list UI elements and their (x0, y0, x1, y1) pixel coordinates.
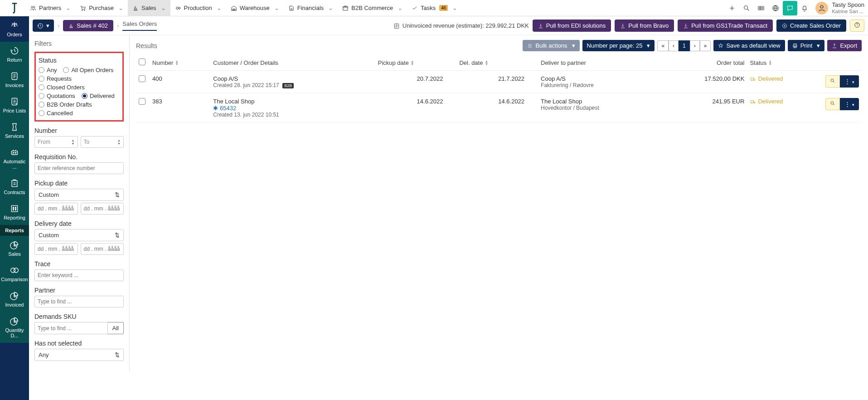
uninvoiced-revenue: Uninvoiced revenue (estimate): 229.992,2… (393, 22, 529, 29)
status-radio-delivered[interactable]: Delivered (82, 93, 115, 99)
leftnav-reports[interactable]: Reports (0, 225, 29, 236)
svg-rect-11 (11, 151, 17, 155)
svg-point-31 (831, 102, 834, 104)
svg-point-5 (744, 5, 748, 9)
number-from-input[interactable]: From▲▼ (34, 136, 78, 148)
col-status[interactable]: Status▲▼ (747, 55, 821, 71)
leftnav-invoices[interactable]: Invoices (0, 67, 29, 93)
col-number[interactable]: Number▲▼ (150, 55, 210, 71)
pickup-from-input[interactable] (34, 203, 78, 215)
per-page-button[interactable]: Number per page: 25▾ (582, 40, 655, 51)
save-default-view-button[interactable]: Save as default view (713, 40, 785, 51)
menu-sales[interactable]: Sales⌄ (128, 0, 170, 16)
delivery-from-input[interactable] (34, 243, 78, 255)
btn-label: Pull from GS1Trade Transact (691, 22, 767, 29)
btn-label: Pull from EDI solutions (546, 22, 606, 29)
leftnav-price-lists[interactable]: Price Lists (0, 93, 29, 118)
leftnav-invoiced[interactable]: Invoiced (0, 287, 29, 312)
create-sales-order-button[interactable]: Create Sales Order (776, 20, 846, 32)
sku-all-button[interactable]: All (108, 322, 124, 334)
pickup-date-label: Pickup date (34, 180, 124, 187)
svg-rect-4 (343, 6, 348, 10)
help-button[interactable] (850, 20, 864, 32)
svg-point-2 (176, 7, 179, 9)
svg-point-30 (754, 102, 755, 103)
status-radio-all-open-orders[interactable]: All Open Orders (63, 67, 113, 73)
row-checkbox[interactable] (139, 98, 145, 105)
pull-edi-button[interactable]: Pull from EDI solutions (533, 20, 611, 32)
col-del-date[interactable]: Del. date▲▼ (456, 55, 538, 71)
menu-tasks[interactable]: Tasks46⌄ (407, 0, 462, 16)
add-icon[interactable] (725, 1, 739, 15)
export-button[interactable]: Export (827, 40, 862, 51)
menu-production[interactable]: Production⌄ (170, 0, 226, 16)
pull-gs1-button[interactable]: Pull from GS1Trade Transact (678, 20, 773, 32)
cell-status: Delivered (747, 93, 821, 123)
col-pickup-date[interactable]: Pickup date▲▼ (375, 55, 457, 71)
row-view-button[interactable] (825, 98, 840, 110)
leftnav-quantity-d-[interactable]: Quantity D... (0, 312, 29, 343)
row-view-button[interactable] (825, 75, 840, 88)
history-button[interactable]: ▾ (33, 20, 54, 32)
svg-point-17 (14, 268, 18, 273)
menu-partners[interactable]: Partners⌄ (25, 0, 75, 16)
status-radio-quotations[interactable]: Quotations (39, 93, 75, 99)
menu-financials[interactable]: Financials⌄ (284, 0, 338, 16)
leftnav-contracts[interactable]: Contracts (0, 174, 29, 200)
select-all-checkbox[interactable] (139, 59, 145, 65)
cell-total: 17.520,00 DKK (660, 71, 747, 93)
revenue-label: Uninvoiced revenue (estimate): 229.992,2… (402, 22, 529, 29)
number-to-input[interactable]: To▲▼ (81, 136, 124, 148)
leftnav-return[interactable]: Return (0, 42, 29, 67)
delivery-date-select[interactable]: Custom⇅ (34, 229, 124, 241)
pull-bravo-button[interactable]: Pull from Bravo (615, 20, 674, 32)
pager-‹[interactable]: ‹ (669, 40, 679, 51)
menu-b2b-commerce[interactable]: B2B Commerce⌄ (338, 0, 407, 16)
leftnav-orders[interactable]: $Orders (0, 16, 29, 42)
row-more-button[interactable]: ⋮ ▾ (840, 98, 859, 110)
row-more-button[interactable]: ⋮ ▾ (840, 75, 859, 88)
barcode-icon[interactable] (754, 1, 768, 15)
delivery-date-label: Delivery date (34, 220, 124, 227)
row-checkbox[interactable] (139, 75, 145, 82)
leftnav-services[interactable]: Services (0, 118, 29, 143)
results-title: Results (136, 42, 157, 49)
cell-deliver-to: Coop A/SFakturering / Rødovre (538, 71, 660, 93)
status-radio-any[interactable]: Any (39, 67, 57, 73)
trace-input[interactable] (34, 269, 124, 281)
hasnot-select[interactable]: Any⇅ (34, 349, 124, 361)
status-radio-requests[interactable]: Requests (39, 75, 72, 82)
crumb-page[interactable]: Sales Orders (122, 20, 157, 31)
partner-input[interactable] (34, 296, 124, 307)
app-logo[interactable] (4, 0, 25, 16)
pager-«[interactable]: « (657, 40, 669, 51)
print-button[interactable]: Print▾ (788, 40, 825, 51)
pickup-to-input[interactable] (81, 203, 124, 215)
user-menu[interactable]: Tasty Spoon Katrine San ... (815, 2, 864, 15)
pickup-date-select[interactable]: Custom⇅ (34, 189, 124, 201)
pager-›[interactable]: › (690, 40, 700, 51)
leftnav-sales[interactable]: Sales (0, 236, 29, 261)
menu-purchase[interactable]: Purchase⌄ (75, 0, 128, 16)
status-radio-cancelled[interactable]: Cancelled (39, 110, 73, 117)
bulk-actions-button[interactable]: Bulk actions▾ (523, 40, 579, 51)
order-link[interactable]: ✱ 65432 (213, 105, 372, 112)
menu-warehouse[interactable]: Warehouse⌄ (226, 0, 284, 16)
pager-1[interactable]: 1 (679, 40, 690, 51)
leftnav-reporting[interactable]: Reporting (0, 200, 29, 225)
status-radio-b2b-order-drafts[interactable]: B2B Order Drafts (39, 101, 92, 108)
globe-icon[interactable] (768, 1, 783, 15)
status-radio-closed-orders[interactable]: Closed Orders (39, 84, 85, 91)
chevron-down-icon: ▾ (46, 22, 49, 29)
requisition-input[interactable] (34, 162, 124, 174)
search-icon[interactable] (739, 1, 754, 15)
chat-icon[interactable] (783, 1, 797, 15)
leftnav-automatic-[interactable]: Automatic ... (0, 143, 29, 174)
pager-»[interactable]: » (700, 40, 711, 51)
bell-icon[interactable] (797, 1, 812, 15)
sku-input[interactable] (34, 322, 108, 334)
delivery-to-input[interactable] (81, 243, 124, 255)
svg-text:$: $ (14, 23, 16, 28)
leftnav-comparison[interactable]: Comparison (0, 261, 29, 287)
crumb-sales-pill[interactable]: Sales # 402 (63, 20, 113, 31)
